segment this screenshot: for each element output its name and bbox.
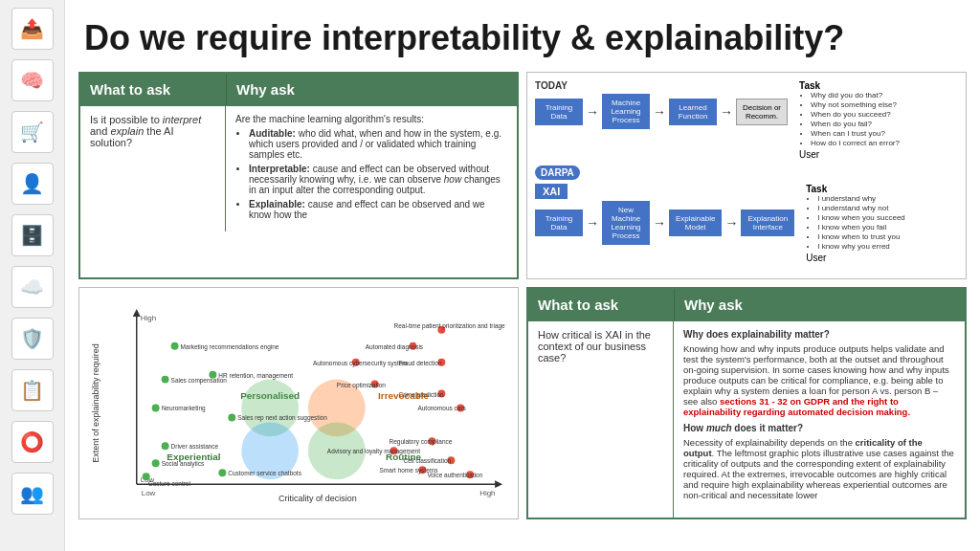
svg-text:Low: Low: [142, 489, 156, 497]
sidebar: 📤 🧠 🛒 👤 🗄️ ☁️ 🛡️ 📋 ⭕ 👥: [0, 0, 65, 551]
svg-text:Marketing recommendations engi: Marketing recommendations engine: [181, 343, 279, 351]
today-section: TODAY TrainingData → MachineLearningProc…: [535, 80, 788, 129]
svg-text:Autonomous cybersecurity syste: Autonomous cybersecurity system: [313, 360, 408, 367]
explanation-interface-box: ExplanationInterface: [741, 209, 794, 236]
top-left-table: What to ask Why ask Is it possible to in…: [78, 72, 519, 279]
today-bullet-1: Why did you do that?: [811, 91, 900, 99]
arrow3: →: [720, 104, 733, 120]
darpa-row: DARPA: [535, 165, 958, 180]
xai-section: XAI TrainingData → NewMachineLearningPro…: [535, 184, 794, 245]
today-bullet-4: When do you fail?: [811, 120, 900, 128]
darpa-badge: DARPA: [535, 165, 580, 180]
bottom-right-section: What to ask Why ask How critical is XAI …: [526, 287, 967, 519]
svg-text:Sales rep next action suggesti: Sales rep next action suggestion: [237, 415, 327, 423]
why-bullet-1: Auditable: who did what, when and how in…: [249, 128, 507, 160]
svg-point-24: [152, 405, 160, 412]
training-data-box: TrainingData: [535, 99, 583, 125]
svg-point-22: [209, 371, 216, 379]
group-icon[interactable]: 👥: [11, 473, 54, 515]
svg-text:Cell classification: Cell classification: [404, 457, 452, 464]
shield-icon[interactable]: 🛡️: [11, 318, 54, 360]
task-label-1: Task: [799, 80, 900, 91]
header-what: What to ask: [80, 74, 226, 105]
svg-text:Crime prediction: Crime prediction: [399, 391, 444, 399]
xai-arrow3: →: [724, 215, 738, 231]
section1-title: Why does explainability matter?: [683, 329, 955, 340]
xai-training-box: TrainingData: [535, 209, 583, 236]
why-bullets: Auditable: who did what, when and how in…: [235, 128, 507, 220]
bottom-cell-why: Why does explainability matter? Knowing …: [674, 320, 965, 518]
xai-row: XAI TrainingData → NewMachineLearningPro…: [535, 184, 958, 263]
arrow2: →: [653, 104, 666, 120]
bottom-cell-what: How critical is XAI in the context of ou…: [528, 320, 674, 518]
svg-text:HR retention, management: HR retention, management: [218, 372, 293, 380]
svg-text:Criticality of decision: Criticality of decision: [278, 494, 357, 503]
svg-text:Automated diagnosis: Automated diagnosis: [366, 343, 423, 351]
bottom-header-what: What to ask: [528, 289, 674, 320]
bottom-header-why: Why ask: [674, 289, 965, 320]
svg-text:Fraud detection: Fraud detection: [399, 360, 442, 366]
why-intro: Are the machine learning algorithm's res…: [235, 114, 424, 124]
brain-icon[interactable]: 🧠: [11, 59, 54, 101]
svg-text:Customer service chatbots: Customer service chatbots: [228, 470, 301, 476]
bottom-header-row: What to ask Why ask: [528, 289, 965, 320]
xai-arrow1: →: [586, 215, 599, 231]
decision-box: Decision orRecomm.: [736, 99, 788, 125]
xai-bullets: I understand why I understand why not I …: [806, 194, 905, 251]
xai-bullet-6: I know why you erred: [817, 242, 905, 251]
today-bullet-3: When do you succeed?: [811, 110, 900, 119]
database-icon[interactable]: 🗄️: [11, 214, 54, 256]
today-row: TODAY TrainingData → MachineLearningProc…: [535, 80, 958, 160]
svg-text:Price optimization: Price optimization: [337, 382, 386, 389]
gdpr-highlight: sections 31 - 32 on GDPR and the right t…: [683, 396, 910, 417]
xai-flow: TrainingData → NewMachineLearningProcess…: [535, 201, 794, 245]
svg-point-20: [162, 376, 169, 384]
xai-bullet-2: I understand why not: [817, 204, 905, 212]
today-bullet-5: When can I trust you?: [811, 129, 900, 138]
section1-text: Knowing how and why inputs produce outpu…: [683, 343, 955, 417]
svg-text:Gesture control: Gesture control: [148, 480, 190, 487]
circle-icon[interactable]: ⭕: [11, 421, 54, 463]
svg-point-30: [152, 459, 160, 467]
content-grid: What to ask Why ask Is it possible to in…: [65, 68, 980, 523]
share-icon[interactable]: 📤: [11, 8, 54, 50]
svg-text:Social analytics: Social analytics: [162, 460, 205, 468]
section2-text: Necessity of explainability depends on t…: [683, 437, 955, 500]
svg-text:Neuromarketing: Neuromarketing: [162, 406, 206, 413]
clipboard-icon[interactable]: 📋: [11, 369, 54, 411]
xai-label: XAI: [535, 184, 568, 199]
learned-function-box: LearnedFunction: [669, 99, 717, 125]
svg-point-32: [218, 469, 226, 476]
why-bullet-3: Explainable: cause and effect can be obs…: [249, 199, 507, 220]
chart-svg: Extent of explainability required Critic…: [79, 288, 518, 518]
cart-icon[interactable]: 🛒: [11, 111, 54, 153]
user-label-1: User: [799, 149, 900, 160]
today-bullets: Why did you do that? Why not something e…: [799, 91, 900, 147]
svg-marker-3: [495, 480, 502, 488]
xai-bullet-4: I know when you fail: [817, 223, 905, 231]
today-flow: TrainingData → MachineLearningProcess → …: [535, 94, 788, 129]
user-label-2: User: [806, 253, 905, 263]
task-label-2: Task: [806, 184, 905, 194]
header-why: Why ask: [226, 74, 517, 105]
person-icon[interactable]: 👤: [11, 163, 54, 205]
svg-marker-2: [133, 309, 141, 317]
main-content: Do we require interpretability & explain…: [65, 0, 980, 551]
section2-title: How much does it matter?: [683, 423, 955, 433]
xai-bullet-3: I know when you succeed: [817, 213, 905, 222]
bottom-what-text: How critical is XAI in the context of ou…: [538, 329, 651, 364]
svg-text:Advisory and loyalty managemen: Advisory and loyalty management: [327, 448, 420, 455]
today-label: TODAY: [535, 80, 788, 91]
svg-text:Driver assistance: Driver assistance: [171, 443, 219, 450]
ml-process-box: MachineLearningProcess: [602, 94, 650, 129]
svg-text:Regulatory compliance: Regulatory compliance: [390, 439, 453, 447]
new-ml-box: NewMachineLearningProcess: [602, 201, 650, 245]
svg-text:Voice authentication: Voice authentication: [427, 472, 482, 478]
xai-bullet-1: I understand why: [817, 194, 905, 203]
xai-bullet-5: I know when to trust you: [817, 232, 905, 241]
bottom-body-row: How critical is XAI in the context of ou…: [528, 320, 965, 518]
xai-arrow2: →: [653, 215, 666, 231]
arrow1: →: [586, 104, 599, 120]
svg-point-28: [162, 443, 169, 451]
cloud-icon[interactable]: ☁️: [11, 266, 54, 308]
